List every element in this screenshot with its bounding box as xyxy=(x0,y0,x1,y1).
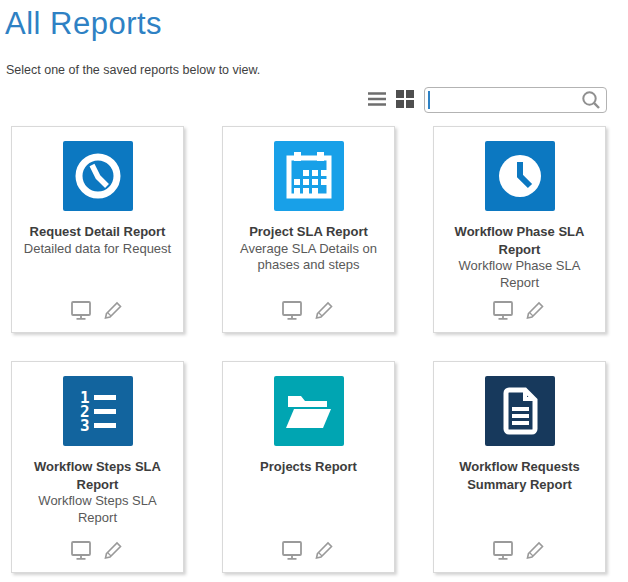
view-report-button[interactable] xyxy=(69,298,93,322)
report-subtitle: Workflow Phase SLA Report xyxy=(434,258,605,292)
monitor-icon xyxy=(491,298,515,322)
report-actions xyxy=(434,298,605,322)
edit-report-button[interactable] xyxy=(524,538,548,562)
report-card[interactable]: Workflow Phase SLA Report Workflow Phase… xyxy=(433,126,606,333)
report-card[interactable]: Workflow Requests Summary Report xyxy=(433,361,606,573)
pencil-icon xyxy=(102,538,126,562)
grid-view-icon[interactable] xyxy=(394,88,416,110)
report-title: Projects Report xyxy=(254,458,363,476)
pencil-icon xyxy=(524,298,548,322)
edit-report-button[interactable] xyxy=(524,298,548,322)
report-card[interactable]: 123 Workflow Steps SLA Report Workflow S… xyxy=(11,361,184,573)
edit-report-button[interactable] xyxy=(102,538,126,562)
monitor-icon xyxy=(280,538,304,562)
pencil-icon xyxy=(524,538,548,562)
report-tile-icon xyxy=(485,141,555,211)
report-actions xyxy=(223,298,394,322)
view-report-button[interactable] xyxy=(491,538,515,562)
report-subtitle: Average SLA Details on phases and steps xyxy=(223,241,394,275)
folder-icon xyxy=(274,376,344,446)
report-title: Workflow Requests Summary Report xyxy=(434,458,605,493)
page-subtitle: Select one of the saved reports below to… xyxy=(6,63,260,77)
reports-grid: Request Detail Report Detailed data for … xyxy=(11,126,606,573)
report-tile-icon: 123 xyxy=(63,376,133,446)
report-card[interactable]: Request Detail Report Detailed data for … xyxy=(11,126,184,333)
list-view-icon[interactable] xyxy=(366,88,388,110)
report-tile-icon xyxy=(63,141,133,211)
view-report-button[interactable] xyxy=(280,538,304,562)
search-icon[interactable] xyxy=(580,89,602,111)
edit-report-button[interactable] xyxy=(102,298,126,322)
pencil-icon xyxy=(313,298,337,322)
toolbar xyxy=(0,85,608,115)
report-title: Workflow Steps SLA Report xyxy=(12,458,183,493)
report-title: Workflow Phase SLA Report xyxy=(434,223,605,258)
report-subtitle: Detailed data for Request xyxy=(14,241,181,258)
monitor-icon xyxy=(491,538,515,562)
page-title: All Reports xyxy=(5,6,162,42)
report-actions xyxy=(12,298,183,322)
document-icon xyxy=(485,376,555,446)
monitor-icon xyxy=(69,538,93,562)
report-card[interactable]: Projects Report xyxy=(222,361,395,573)
edit-report-button[interactable] xyxy=(313,538,337,562)
report-tile-icon xyxy=(274,376,344,446)
view-report-button[interactable] xyxy=(491,298,515,322)
pencil-icon xyxy=(313,538,337,562)
calendar-icon xyxy=(274,141,344,211)
report-title: Project SLA Report xyxy=(243,223,374,241)
report-actions xyxy=(12,538,183,562)
report-card[interactable]: Project SLA Report Average SLA Details o… xyxy=(222,126,395,333)
view-report-button[interactable] xyxy=(280,298,304,322)
report-actions xyxy=(434,538,605,562)
search-input[interactable] xyxy=(430,90,580,110)
clock-outline-icon xyxy=(63,141,133,211)
report-title: Request Detail Report xyxy=(24,223,172,241)
report-actions xyxy=(223,538,394,562)
report-tile-icon xyxy=(485,376,555,446)
monitor-icon xyxy=(69,298,93,322)
edit-report-button[interactable] xyxy=(313,298,337,322)
pencil-icon xyxy=(102,298,126,322)
numbered-list-icon: 123 xyxy=(63,376,133,446)
svg-text:3: 3 xyxy=(80,416,90,435)
report-subtitle: Workflow Steps SLA Report xyxy=(12,493,183,527)
view-report-button[interactable] xyxy=(69,538,93,562)
monitor-icon xyxy=(280,298,304,322)
search-box xyxy=(424,87,607,113)
report-tile-icon xyxy=(274,141,344,211)
clock-solid-icon xyxy=(485,141,555,211)
